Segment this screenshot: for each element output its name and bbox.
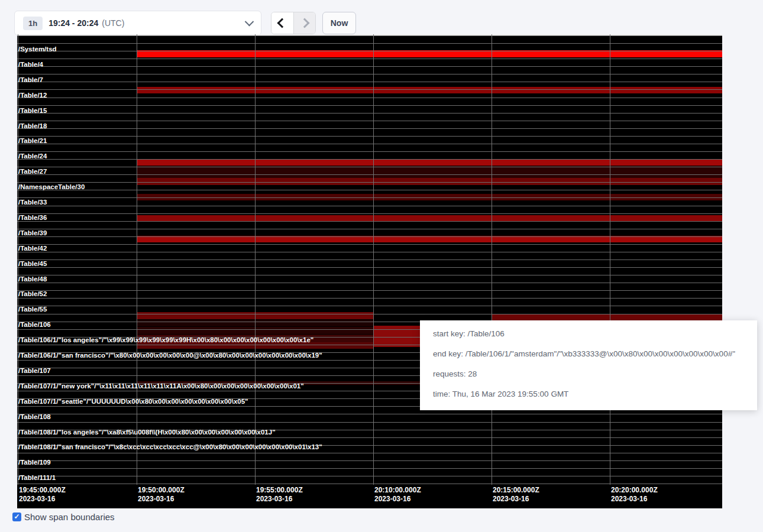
x-axis-time: 20:20:00.000Z	[611, 486, 658, 495]
row-label: /Table/107/1/"seattle"/"UUUUUUD\x00\x80\…	[18, 398, 248, 406]
x-axis-time: 19:50:00.000Z	[138, 486, 185, 495]
x-axis-date: 2023-03-16	[138, 495, 185, 504]
span-boundary-line	[17, 314, 722, 314]
span-boundary-line	[17, 206, 722, 206]
span-tooltip: start key: /Table/106 end key: /Table/10…	[420, 320, 757, 410]
span-boundary-line	[17, 144, 722, 144]
row-label: /Table/36	[18, 214, 47, 222]
x-axis-tick: 20:10:00.000Z2023-03-16	[374, 486, 421, 504]
time-gridline	[610, 34, 610, 485]
span-boundary-line	[17, 290, 722, 291]
now-button[interactable]: Now	[322, 12, 356, 34]
span-boundary-line	[17, 159, 722, 160]
heat-band	[137, 159, 722, 166]
row-label: /Table/106	[18, 321, 51, 329]
row-label: /Table/48	[18, 275, 47, 283]
span-boundary-line	[17, 252, 722, 252]
row-label: /Table/27	[18, 168, 47, 176]
span-boundary-line	[17, 128, 722, 129]
tooltip-end-key: end key: /Table/106/1/"amsterdam"/"\xb33…	[433, 344, 757, 364]
span-boundary-line	[17, 167, 722, 167]
row-label: /Table/42	[18, 245, 47, 252]
row-label: /Table/108	[18, 413, 51, 421]
span-boundary-line	[17, 422, 722, 423]
row-label: /Table/12	[18, 92, 47, 99]
span-boundary-line	[17, 182, 722, 183]
tooltip-requests: requests: 28	[433, 364, 757, 384]
span-boundary-line	[17, 221, 722, 222]
time-gridline	[255, 34, 256, 485]
span-boundary-line	[17, 236, 722, 237]
row-label: /Table/15	[18, 107, 47, 115]
span-boundary-line	[17, 74, 722, 74]
time-range-selector[interactable]: 1h 19:24 - 20:24 (UTC)	[14, 11, 261, 35]
span-boundary-line	[17, 267, 722, 268]
chevron-right-icon	[299, 18, 309, 28]
heat-band	[492, 314, 722, 320]
span-boundary-line	[17, 437, 722, 438]
span-boundary-line	[17, 283, 722, 283]
heat-band	[137, 87, 722, 93]
chevron-left-icon	[277, 18, 287, 28]
time-nav-group	[271, 12, 316, 34]
x-axis-time: 20:15:00.000Z	[493, 486, 539, 495]
time-gridline	[137, 34, 137, 485]
row-label: /Table/106/1/"san francisco"/"\x80\x00\x…	[18, 352, 322, 359]
span-boundary-line	[17, 35, 722, 36]
span-boundary-line	[17, 43, 722, 44]
row-label: /Table/45	[18, 260, 47, 268]
prev-time-button[interactable]	[271, 12, 293, 34]
footer-controls: ✓ Show span boundaries	[12, 512, 115, 522]
x-axis-time: 19:55:00.000Z	[256, 486, 303, 495]
span-boundary-line	[17, 213, 722, 214]
span-boundary-line	[17, 82, 722, 82]
x-axis-date: 2023-03-16	[374, 495, 421, 504]
next-time-button-disabled[interactable]	[293, 12, 315, 34]
span-boundary-line	[17, 59, 722, 59]
show-span-boundaries-checkbox[interactable]: ✓	[12, 512, 21, 521]
key-visualizer-canvas[interactable]: /System/tsd/Table/4/Table/7/Table/12/Tab…	[17, 34, 722, 508]
x-axis-date: 2023-03-16	[19, 495, 66, 504]
show-span-boundaries-label: Show span boundaries	[24, 512, 115, 522]
x-axis-tick: 20:15:00.000Z2023-03-16	[493, 486, 539, 504]
span-boundary-line	[17, 51, 722, 51]
x-axis-tick: 19:45:00.000Z2023-03-16	[19, 486, 66, 504]
row-label: /Table/39	[18, 229, 47, 237]
heat-band	[137, 178, 722, 185]
span-boundary-line	[17, 136, 722, 137]
time-gridline	[492, 34, 492, 485]
time-gridline	[373, 34, 374, 485]
time-zone-text: (UTC)	[102, 18, 124, 28]
row-label: /Table/21	[18, 137, 47, 145]
span-boundary-line	[17, 275, 722, 275]
span-boundary-line	[17, 414, 722, 414]
row-label: /Table/109	[18, 459, 51, 466]
x-axis-time: 19:45:00.000Z	[19, 486, 66, 495]
span-boundary-line	[17, 98, 722, 98]
span-boundary-line	[17, 89, 722, 90]
span-boundary-line	[17, 66, 722, 67]
span-boundary-line	[17, 151, 722, 152]
span-boundary-line	[17, 244, 722, 245]
span-boundary-line	[17, 121, 722, 121]
span-boundary-line	[17, 174, 722, 175]
x-axis-tick: 20:20:00.000Z2023-03-16	[611, 486, 658, 504]
row-label: /Table/107	[18, 367, 51, 375]
span-boundary-line	[17, 229, 722, 229]
tooltip-time: time: Thu, 16 Mar 2023 19:55:00 GMT	[433, 384, 757, 404]
row-label: /NamespaceTable/30	[18, 183, 85, 191]
span-boundary-line	[17, 190, 722, 190]
x-axis-date: 2023-03-16	[611, 495, 658, 504]
chevron-down-icon	[245, 17, 254, 26]
span-boundary-line	[17, 453, 722, 453]
span-boundary-line	[17, 460, 722, 461]
row-label: /Table/33	[18, 199, 47, 206]
x-axis-date: 2023-03-16	[256, 495, 303, 504]
span-boundary-line	[17, 197, 722, 198]
span-boundary-line	[17, 113, 722, 113]
span-boundary-line	[17, 468, 722, 469]
row-label: /Table/7	[18, 76, 43, 84]
x-axis-tick: 19:50:00.000Z2023-03-16	[138, 486, 185, 504]
row-label: /Table/111/1	[18, 474, 56, 482]
row-label: /Table/4	[18, 61, 43, 69]
